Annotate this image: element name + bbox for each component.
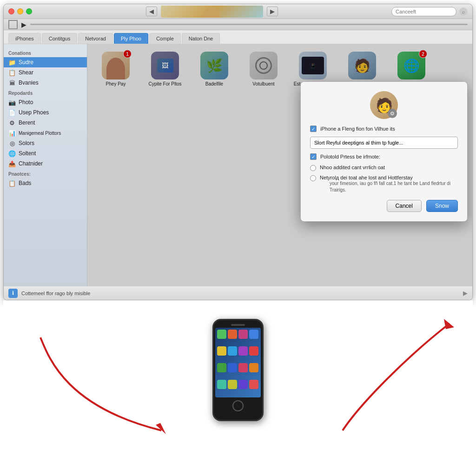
list-icon: 📋: [8, 69, 16, 76]
sidebar-item-bvanies[interactable]: 🏛 Bvanies: [4, 78, 87, 88]
search-input[interactable]: [391, 7, 456, 16]
tab-plyphoo[interactable]: Ply Phoo: [114, 33, 148, 44]
tab-iphones[interactable]: iPhones: [8, 33, 41, 44]
folder-icon: 📁: [8, 59, 16, 66]
iphone-app-5: [217, 346, 226, 356]
content-area: 1 Phey Pay 🖼 Cypite For Pltos: [87, 44, 472, 286]
progress-bar[interactable]: [30, 24, 468, 25]
tab-natonDne[interactable]: Naton Dne: [182, 33, 220, 44]
iphone-app-11: [238, 363, 248, 372]
upload-icon: 📤: [8, 160, 16, 167]
playback-bar: ▶: [4, 19, 472, 30]
sidebar-item-usepPhoes[interactable]: 📄 Usep Phoes: [4, 107, 87, 118]
iphone-screen: [215, 328, 261, 397]
sidebar-label-bvanies: Bvanies: [19, 79, 39, 86]
sidebar-item-soltent[interactable]: 🌐 Soltent: [4, 148, 87, 159]
sidebar-item-photo[interactable]: 📷 Photo: [4, 97, 87, 107]
iphone-body: [212, 319, 264, 421]
sidebar-section-pnaotces: Pnaotces:: [4, 169, 87, 178]
modal-radio2-row: Netyrolд dei toat ahe lost and Hottferst…: [310, 175, 458, 193]
modal-buttons: Cancel Snow: [310, 200, 458, 212]
status-bar: ℹ Cottemeel ffor rago bly misible ▶: [4, 286, 472, 300]
cancel-button[interactable]: Cancel: [387, 200, 422, 212]
sidebar-item-bads[interactable]: 📋 Bads: [4, 178, 87, 188]
right-arrow: [315, 310, 463, 440]
modal-radio1-row: Nhoo addited cant vrrlich oat: [310, 165, 458, 171]
illustration-area: [3, 300, 473, 476]
modal-option1-row: ✓ iPhone a Fleng fion fon Vilhue its: [310, 126, 458, 132]
radio2-label: Netyrolд dei toat ahe lost and Hottferst…: [320, 175, 458, 180]
play-button[interactable]: ▶: [21, 21, 26, 28]
iphone-app-1: [217, 330, 226, 339]
iphone-app-13: [217, 380, 226, 389]
sidebar-item-manigemeal[interactable]: 📊 Manigemeal Plottors: [4, 128, 87, 138]
left-arrow: [31, 324, 198, 444]
iphone-app-4: [249, 330, 258, 339]
photo-icon: 📷: [8, 99, 16, 106]
radio1-button[interactable]: [310, 165, 316, 171]
sidebar-item-sudre[interactable]: 📁 Sudre: [4, 57, 87, 67]
sidebar-label-chatnider: Chatnider: [19, 160, 43, 167]
modal-dialog: 🧑 ⚙ ✓ iPhone a Fleng fion fon Vilhue its…: [300, 81, 468, 222]
mac-window: ◀ ▶ ⌕ ▶ iPhones Contitgus Netvorad Ply P…: [3, 4, 473, 300]
toolbar-center: ◀ ▶: [32, 6, 391, 18]
iphone-app-7: [238, 346, 248, 356]
sidebar-section-repodards: Repodards: [4, 88, 87, 97]
iphone-app-16: [249, 380, 258, 389]
iphone-home-button[interactable]: [232, 400, 244, 411]
option1-label: iPhone a Fleng fion fon Vilhue its: [320, 126, 395, 132]
iphone-app-9: [217, 363, 226, 372]
iphone-app-14: [228, 380, 237, 389]
sidebar-label-shear: Shear: [19, 69, 33, 76]
sidebar-label-soltent: Soltent: [19, 150, 36, 157]
tab-contigus[interactable]: Contitgus: [42, 33, 77, 44]
option2-label: Polotold Prtess be irfmote:: [320, 154, 380, 159]
maximize-button[interactable]: [26, 8, 32, 14]
gear-icon: ⚙: [8, 119, 16, 126]
gear-overlay-icon: ⚙: [388, 109, 397, 118]
tab-netvorad[interactable]: Netvorad: [78, 33, 113, 44]
sidebar-label-photo: Photo: [19, 99, 33, 106]
search-icon: ⌕: [459, 7, 468, 16]
sidebar-item-chatnider[interactable]: 📤 Chatnider: [4, 159, 87, 169]
building-icon: 🏛: [8, 79, 16, 86]
forward-button[interactable]: ▶: [267, 7, 278, 16]
close-button[interactable]: [8, 8, 14, 14]
iphone-device: [212, 319, 264, 421]
sidebar-item-berent[interactable]: ⚙ Berent: [4, 118, 87, 128]
modal-text-input[interactable]: [310, 137, 458, 149]
iphone-speaker: [231, 324, 245, 326]
sidebar-label-sudre: Sudre: [19, 59, 33, 66]
note-icon: 📋: [8, 179, 16, 187]
option1-checkbox[interactable]: ✓: [310, 126, 317, 132]
modal-option2-row: ✓ Polotold Prtess be irfmote:: [310, 153, 458, 160]
traffic-lights: [8, 8, 32, 14]
back-button[interactable]: ◀: [146, 7, 157, 16]
modal-avatar: 🧑 ⚙: [310, 91, 458, 119]
tab-comple[interactable]: Comple: [149, 33, 181, 44]
iphone-app-8: [249, 346, 258, 356]
chart-icon: 📊: [8, 129, 16, 137]
modal-description: your fimesion, iau go fñ fall cat.1 he t…: [330, 180, 458, 193]
iphone-app-12: [249, 363, 258, 372]
status-icon: ℹ: [8, 289, 18, 298]
sidebar-item-solors[interactable]: ◎ Solors: [4, 138, 87, 148]
scroll-right-icon[interactable]: ▶: [463, 290, 468, 297]
option2-checkbox[interactable]: ✓: [310, 153, 317, 160]
status-text: Cottemeel ffor rago bly misible: [21, 291, 90, 296]
radio2-button[interactable]: [310, 175, 316, 181]
toolbar-controls: ⌕: [391, 7, 468, 16]
sidebar: Conations 📁 Sudre 📋 Shear 🏛 Bvanies Repo…: [4, 44, 87, 286]
sidebar-label-bads: Bads: [19, 180, 31, 186]
sidebar-item-shear[interactable]: 📋 Shear: [4, 67, 87, 78]
globe-icon: 🌐: [8, 150, 16, 157]
sidebar-label-solors: Solors: [19, 140, 34, 146]
iphone-app-10: [228, 363, 237, 372]
avatar-image: 🧑 ⚙: [370, 91, 398, 119]
tabs-bar: iPhones Contitgus Netvorad Ply Phoo Comp…: [4, 30, 472, 44]
minimize-button[interactable]: [17, 8, 23, 14]
sidebar-label-usepPhoes: Usep Phoes: [19, 109, 49, 116]
sidebar-label-berent: Berent: [19, 119, 35, 126]
circle-icon: ◎: [8, 139, 16, 147]
confirm-button[interactable]: Snow: [426, 200, 458, 212]
